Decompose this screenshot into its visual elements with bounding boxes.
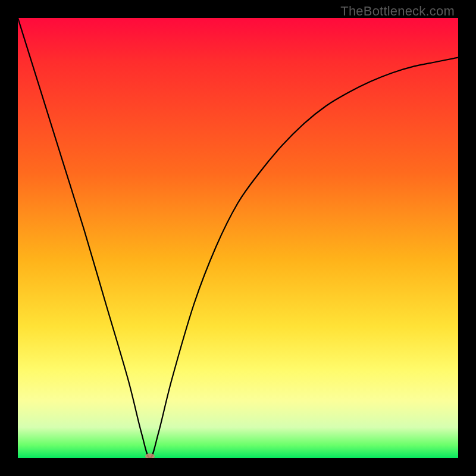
watermark-text: TheBottleneck.com — [340, 4, 455, 19]
plot-area — [18, 18, 458, 458]
bottleneck-curve — [18, 18, 458, 458]
chart-frame: TheBottleneck.com — [0, 0, 476, 476]
curve-svg — [18, 18, 458, 458]
